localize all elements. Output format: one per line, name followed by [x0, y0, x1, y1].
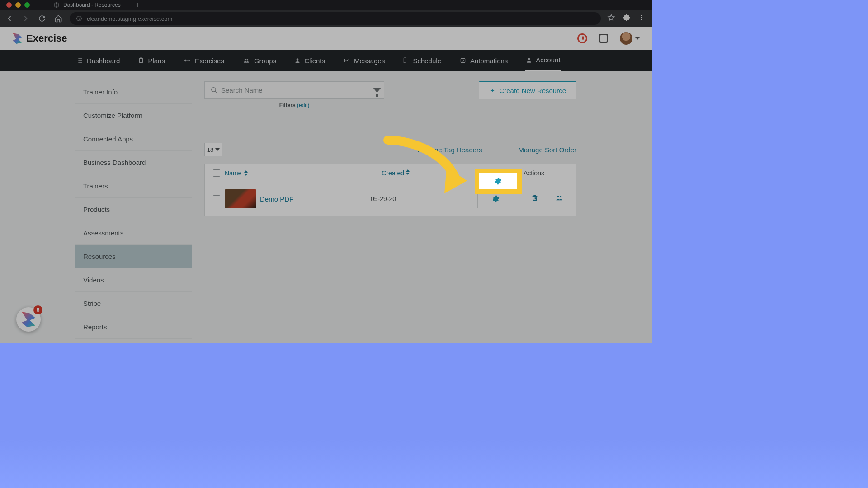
sidebar-item-customize-platform[interactable]: Customize Platform: [75, 104, 192, 127]
list-icon: [76, 57, 83, 64]
column-header-created[interactable]: Created: [382, 169, 410, 177]
table-header: Name Created Actions: [205, 164, 576, 182]
search-placeholder: Search Name: [221, 86, 263, 94]
nav-account[interactable]: Account: [525, 50, 561, 71]
svg-rect-10: [461, 58, 465, 62]
sidebar-item-trainers[interactable]: Trainers: [75, 174, 192, 198]
window-controls[interactable]: [0, 2, 30, 8]
row-delete-button[interactable]: [531, 194, 538, 204]
sidebar-item-videos[interactable]: Videos: [75, 268, 192, 292]
filters-edit-link[interactable]: (edit): [297, 102, 309, 108]
sidebar-item-reports[interactable]: Reports: [75, 315, 192, 339]
kebab-menu-icon[interactable]: [638, 14, 645, 23]
table-row: Demo PDF 05-29-20: [205, 182, 576, 216]
sidebar-item-label: Videos: [83, 276, 104, 284]
brand[interactable]: Exercise: [13, 33, 67, 44]
address-bar[interactable]: cleandemo.staging.exercise.com: [70, 12, 601, 25]
url-text: cleandemo.staging.exercise.com: [87, 15, 172, 22]
row-checkbox[interactable]: [213, 195, 220, 202]
nav-plans[interactable]: Plans: [137, 50, 166, 71]
user-icon: [526, 56, 532, 64]
nav-label: Plans: [148, 57, 165, 65]
manage-sort-order-link[interactable]: Manage Sort Order: [519, 146, 576, 154]
back-button[interactable]: [5, 14, 14, 23]
sort-icon: [406, 169, 410, 175]
sidebar-item-label: Assessments: [83, 229, 123, 237]
sidebar-item-products[interactable]: Products: [75, 198, 192, 221]
reload-button[interactable]: [37, 14, 47, 23]
nav-label: Dashboard: [87, 57, 120, 65]
nav-label: Messages: [354, 57, 385, 65]
sidebar-item-resources[interactable]: Resources: [75, 245, 192, 268]
resource-name-link[interactable]: Demo PDF: [260, 195, 293, 203]
users-icon: [555, 194, 563, 202]
nav-exercises[interactable]: Exercises: [182, 50, 225, 71]
create-resource-label: Create New Resource: [499, 87, 566, 94]
filter-button[interactable]: [370, 81, 384, 99]
svg-point-11: [528, 58, 530, 60]
nav-label: Account: [536, 56, 560, 64]
home-button[interactable]: [53, 14, 63, 23]
sidebar-item-stripe[interactable]: Stripe: [75, 292, 192, 315]
sidebar-item-label: Business Dashboard: [83, 159, 146, 166]
maximize-window-icon[interactable]: [24, 2, 30, 8]
extensions-icon[interactable]: [623, 14, 631, 23]
svg-point-13: [557, 196, 559, 197]
nav-label: Clients: [304, 57, 325, 65]
minimize-window-icon[interactable]: [15, 2, 21, 8]
resource-thumbnail: [225, 189, 256, 208]
row-share-button[interactable]: [555, 194, 563, 203]
nav-schedule[interactable]: Schedule: [402, 50, 442, 71]
column-label: Created: [382, 169, 404, 177]
nav-label: Groups: [254, 57, 276, 65]
forward-button[interactable]: [21, 14, 31, 23]
sidebar-item-trainer-info[interactable]: Trainer Info: [75, 80, 192, 104]
nav-clients[interactable]: Clients: [293, 50, 326, 71]
profile-menu[interactable]: [620, 32, 640, 45]
page-size-select[interactable]: 18: [204, 143, 222, 156]
nav-label: Schedule: [413, 57, 441, 65]
check-square-icon: [459, 57, 467, 64]
column-header-actions: Actions: [500, 169, 568, 177]
sort-icon: [244, 170, 248, 176]
sidebar-item-assessments[interactable]: Assessments: [75, 221, 192, 245]
svg-rect-5: [140, 58, 143, 62]
close-window-icon[interactable]: [6, 2, 12, 8]
clock-icon[interactable]: [577, 33, 587, 43]
mail-icon: [343, 58, 350, 63]
clipboard-icon: [138, 57, 144, 64]
row-settings-button[interactable]: [477, 189, 514, 208]
bookmark-star-icon[interactable]: [607, 14, 615, 23]
filters-label-row: Filters (edit): [204, 102, 384, 108]
brand-name: Exercise: [26, 33, 67, 44]
svg-point-3: [641, 17, 642, 19]
create-resource-button[interactable]: Create New Resource: [479, 81, 576, 99]
search-input[interactable]: Search Name: [204, 81, 370, 99]
browser-toolbar: cleandemo.staging.exercise.com: [0, 10, 652, 27]
manage-tag-headers-link[interactable]: Manage Tag Headers: [417, 146, 482, 154]
filter-icon: [373, 88, 381, 93]
sidebar-item-connected-apps[interactable]: Connected Apps: [75, 127, 192, 151]
browser-tab-title: Dashboard - Resources: [63, 2, 121, 8]
select-all-checkbox[interactable]: [213, 169, 220, 177]
resources-table: Name Created Actions Demo PDF 05-: [204, 164, 576, 216]
svg-point-4: [641, 19, 642, 20]
column-header-name[interactable]: Name: [225, 169, 248, 177]
new-tab-button[interactable]: [132, 0, 144, 11]
svg-point-12: [212, 88, 216, 92]
browser-tab[interactable]: Dashboard - Resources: [48, 0, 126, 10]
page-size-value: 18: [207, 146, 213, 153]
dumbbell-icon: [183, 57, 191, 64]
checkbox-icon[interactable]: [599, 34, 608, 43]
nav-messages[interactable]: Messages: [342, 50, 386, 71]
nav-groups[interactable]: Groups: [241, 50, 277, 71]
nav-dashboard[interactable]: Dashboard: [75, 50, 121, 71]
sidebar-item-business-dashboard[interactable]: Business Dashboard: [75, 151, 192, 174]
nav-automations[interactable]: Automations: [458, 50, 509, 71]
primary-nav: Dashboard Plans Exercises Groups Clients…: [0, 50, 652, 71]
help-widget-logo-icon: [22, 312, 35, 327]
help-widget[interactable]: 8: [16, 307, 41, 332]
svg-point-6: [245, 59, 246, 61]
user-icon: [294, 57, 301, 64]
plus-icon: [135, 2, 141, 8]
